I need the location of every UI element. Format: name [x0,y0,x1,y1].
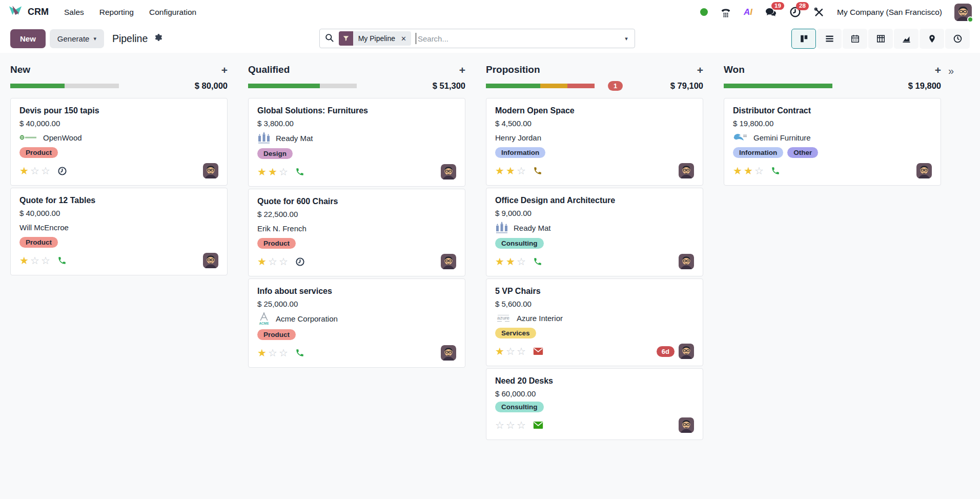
priority-stars[interactable]: ★☆☆ [19,166,50,176]
priority-stars[interactable]: ★☆☆ [257,256,288,267]
star-icon[interactable]: ★ [19,255,29,266]
star-icon[interactable]: ★ [19,166,29,176]
salesperson-avatar[interactable] [679,344,694,359]
star-icon[interactable]: ☆ [495,420,504,430]
star-icon[interactable]: ★ [257,167,267,177]
star-icon[interactable]: ☆ [517,256,526,267]
facet-remove-icon[interactable]: ✕ [400,35,411,43]
activity-phone-icon[interactable] [771,166,780,175]
kanban-card[interactable]: Quote for 12 Tables $ 40,000.00 Will McE… [10,188,228,275]
star-icon[interactable]: ★ [257,256,267,267]
view-activity-button[interactable] [945,29,970,49]
kanban-card[interactable]: Quote for 600 Chairs $ 22,500.00 Erik N.… [248,189,465,276]
salesperson-avatar[interactable] [441,345,456,361]
salesperson-avatar[interactable] [203,253,218,268]
star-icon[interactable]: ☆ [30,166,39,176]
column-progress-bar[interactable] [724,84,832,88]
salesperson-avatar[interactable] [203,163,218,178]
view-graph-button[interactable] [894,29,918,49]
star-icon[interactable]: ☆ [268,256,277,267]
search-bar[interactable]: My Pipeline ✕ ▾ [319,29,635,48]
activity-phone-icon[interactable] [295,167,304,176]
view-list-button[interactable] [817,29,842,49]
column-progress-bar[interactable] [248,84,357,88]
add-record-button[interactable]: + [459,65,465,75]
kanban-card[interactable]: Distributor Contract $ 19,800.00 Gemini … [724,98,941,186]
app-brand[interactable]: CRM [8,5,49,20]
progress-segment[interactable] [320,84,357,88]
star-icon[interactable]: ☆ [279,256,288,267]
activity-clock-icon[interactable] [57,166,67,176]
star-icon[interactable]: ☆ [517,420,526,430]
progress-segment[interactable] [486,84,540,88]
priority-stars[interactable]: ★☆☆ [495,346,526,356]
priority-stars[interactable]: ☆☆☆ [495,420,526,430]
view-kanban-button[interactable] [791,29,816,49]
add-record-button[interactable]: + [221,65,228,75]
activity-clock-icon[interactable] [295,257,305,267]
progress-segment[interactable] [10,84,65,88]
progress-segment[interactable] [724,84,832,88]
priority-stars[interactable]: ★☆☆ [257,348,288,358]
generate-button[interactable]: Generate ▾ [50,29,104,48]
priority-stars[interactable]: ★★☆ [733,166,764,176]
star-icon[interactable]: ☆ [506,420,515,430]
star-icon[interactable]: ★ [268,167,277,177]
priority-stars[interactable]: ★☆☆ [19,255,50,266]
progress-segment[interactable] [248,84,320,88]
search-dropdown-toggle[interactable]: ▾ [623,35,630,42]
settings-gear-icon[interactable] [153,33,162,45]
new-button[interactable]: New [10,29,46,48]
star-icon[interactable]: ☆ [754,166,764,176]
star-icon[interactable]: ★ [495,346,504,356]
view-map-button[interactable] [920,29,944,49]
kanban-card[interactable]: Global Solutions: Furnitures $ 3,800.00 … [248,98,465,187]
star-icon[interactable]: ☆ [41,255,50,266]
progress-segment[interactable] [540,84,567,88]
star-icon[interactable]: ☆ [41,166,50,176]
star-icon[interactable]: ★ [506,256,515,267]
view-calendar-button[interactable] [843,29,867,49]
activity-phone-icon[interactable] [295,348,304,357]
salesperson-avatar[interactable] [441,254,456,269]
kanban-card[interactable]: Info about services $ 25,000.00 ACME Acm… [248,278,465,368]
star-icon[interactable]: ☆ [268,348,277,358]
priority-stars[interactable]: ★★☆ [495,256,526,267]
kanban-card[interactable]: Office Design and Architecture $ 9,000.0… [486,188,703,276]
activity-mail-icon[interactable] [533,347,543,355]
salesperson-avatar[interactable] [916,163,932,178]
star-icon[interactable]: ★ [495,256,504,267]
column-count-badge[interactable]: 1 [608,81,623,91]
star-icon[interactable]: ★ [744,166,753,176]
activity-phone-icon[interactable] [533,166,542,175]
column-progress-bar[interactable] [486,84,595,88]
search-input[interactable] [416,33,618,44]
star-icon[interactable]: ☆ [279,348,288,358]
fold-columns-button[interactable]: » [948,64,954,77]
view-pivot-button[interactable] [868,29,893,49]
menu-reporting[interactable]: Reporting [99,8,134,17]
star-icon[interactable]: ☆ [30,255,39,266]
progress-segment[interactable] [567,84,595,88]
priority-stars[interactable]: ★★☆ [495,166,526,176]
add-record-button[interactable]: + [697,65,703,75]
star-icon[interactable]: ☆ [517,346,526,356]
ai-icon[interactable]: AI [744,7,752,17]
menu-configuration[interactable]: Configuration [149,8,196,17]
star-icon[interactable]: ★ [495,166,504,176]
star-icon[interactable]: ☆ [517,166,526,176]
add-record-button[interactable]: + [935,65,941,75]
salesperson-avatar[interactable] [679,163,694,178]
kanban-card[interactable]: Need 20 Desks $ 60,000.00 Consulting ☆☆☆ [486,368,703,440]
voip-phone-icon[interactable] [720,7,731,18]
kanban-card[interactable]: 5 VP Chairs $ 5,600.00 azure Azure Inter… [486,278,703,366]
activity-phone-icon[interactable] [533,257,542,266]
activity-phone-icon[interactable] [57,256,67,265]
priority-stars[interactable]: ★★☆ [257,167,288,177]
column-progress-bar[interactable] [10,84,119,88]
user-avatar[interactable] [954,4,972,21]
star-icon[interactable]: ★ [733,166,742,176]
star-icon[interactable]: ☆ [506,346,515,356]
activity-mail-icon[interactable] [533,421,543,429]
menu-sales[interactable]: Sales [64,8,84,17]
